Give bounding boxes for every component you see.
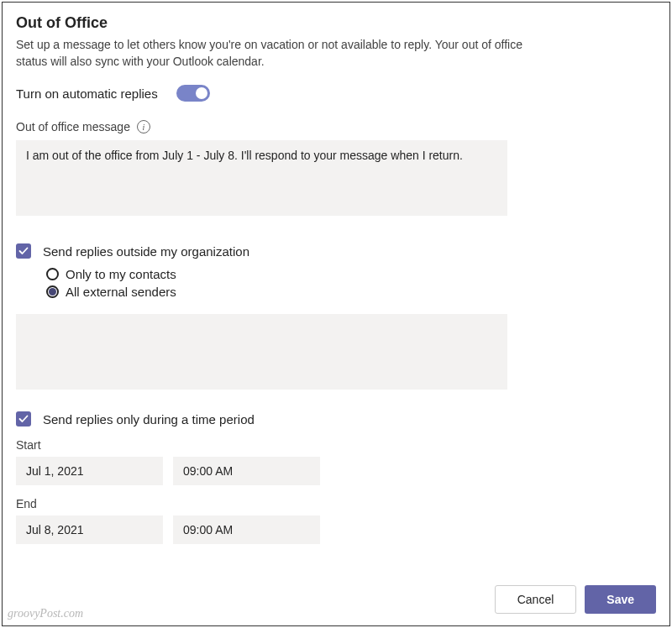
external-scope-group: Only to my contacts All external senders: [46, 267, 656, 299]
time-period-checkbox[interactable]: [16, 411, 31, 427]
check-icon: [18, 414, 29, 424]
cancel-button[interactable]: Cancel: [495, 585, 577, 614]
check-icon: [18, 246, 29, 256]
dialog-title: Out of Office: [16, 14, 656, 32]
start-label: Start: [16, 438, 656, 452]
radio-label-contacts: Only to my contacts: [66, 267, 176, 281]
time-period-label: Send replies only during a time period: [43, 412, 255, 427]
out-of-office-dialog: Out of Office Set up a message to let ot…: [2, 2, 670, 626]
auto-replies-toggle[interactable]: [176, 85, 210, 102]
dialog-description: Set up a message to let others know you'…: [16, 37, 554, 70]
end-label: End: [16, 497, 656, 510]
toggle-knob: [196, 87, 207, 99]
end-date-input[interactable]: [16, 515, 163, 544]
external-message-input[interactable]: [16, 314, 507, 390]
watermark: groovyPost.com: [8, 607, 83, 620]
end-row: [16, 515, 656, 544]
start-row: [16, 457, 656, 485]
radio-all-external[interactable]: All external senders: [46, 285, 656, 299]
info-icon[interactable]: i: [137, 120, 150, 133]
message-label-row: Out of office message i: [16, 120, 656, 133]
external-replies-label: Send replies outside my organization: [43, 244, 249, 259]
external-replies-checkbox[interactable]: [16, 243, 31, 259]
radio-label-all: All external senders: [66, 285, 176, 299]
save-button[interactable]: Save: [585, 585, 656, 614]
dialog-footer: Cancel Save: [495, 585, 656, 614]
end-time-input[interactable]: [173, 515, 320, 544]
auto-replies-row: Turn on automatic replies: [16, 85, 656, 102]
ooo-message-input[interactable]: [16, 140, 507, 216]
start-date-input[interactable]: [16, 457, 163, 485]
message-label: Out of office message: [16, 120, 130, 133]
radio-icon: [46, 285, 59, 298]
time-period-row: Send replies only during a time period: [16, 411, 656, 427]
radio-icon: [46, 268, 59, 280]
auto-replies-label: Turn on automatic replies: [16, 86, 158, 101]
radio-only-contacts[interactable]: Only to my contacts: [46, 267, 656, 281]
external-replies-row: Send replies outside my organization: [16, 243, 656, 259]
start-time-input[interactable]: [173, 457, 320, 485]
